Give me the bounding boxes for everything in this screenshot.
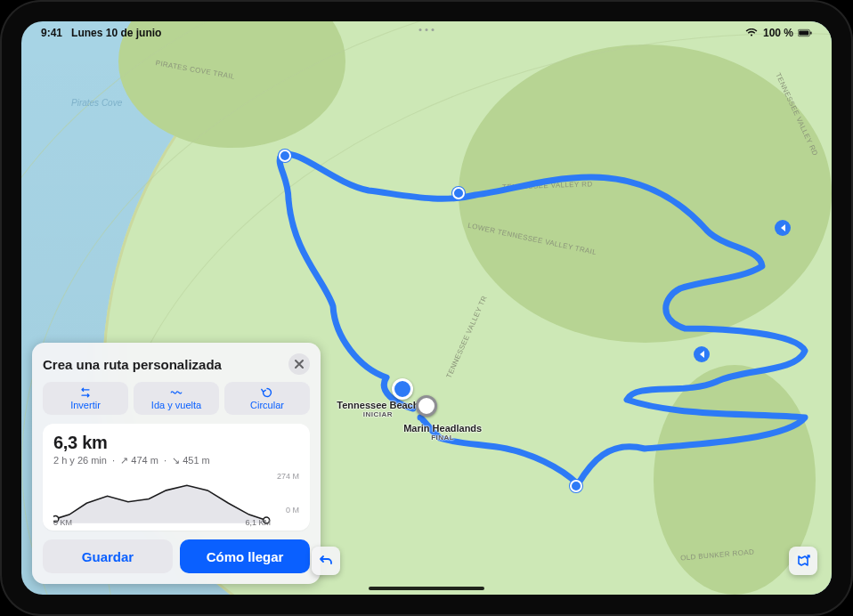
chart-ymin: 0 M	[286, 506, 299, 515]
seg-loop[interactable]: Circular	[224, 382, 310, 415]
direction-chip	[775, 220, 791, 236]
status-bar: 9:41 Lunes 10 de junio 100 %	[21, 21, 832, 43]
elevation-chart-svg	[53, 472, 299, 525]
distance-value: 6,3 km	[53, 433, 299, 453]
battery-text: 100 %	[763, 27, 793, 39]
descent: 451 m	[183, 455, 210, 466]
ascent-arrow: ↗	[120, 455, 128, 466]
svg-rect-2	[810, 31, 811, 34]
directions-label: Cómo llegar	[207, 549, 284, 564]
duration: 2 h y 26 min	[53, 455, 107, 466]
status-date: Lunes 10 de junio	[71, 27, 161, 39]
seg-outback[interactable]: Ida y vuelta	[134, 382, 219, 415]
pin-start-label: Tennessee Beach INICIAR	[337, 400, 418, 418]
seg-reverse-label: Invertir	[70, 400, 101, 410]
status-time: 9:41	[41, 27, 62, 39]
seg-reverse[interactable]: Invertir	[43, 382, 128, 415]
status-right: 100 %	[744, 27, 812, 39]
pin-end-name: Marin Headlands	[403, 423, 482, 434]
status-left: 9:41 Lunes 10 de junio	[41, 27, 161, 39]
descent-arrow: ↘	[172, 455, 180, 466]
route-waypoint	[570, 480, 582, 492]
undo-icon	[318, 553, 334, 569]
ipad-frame: Pirates Cove PIRATES COVE TRAIL TENNESSE…	[0, 0, 853, 616]
stats-panel: 6,3 km 2 h y 26 min · ↗ 474 m · ↘ 451 m …	[43, 424, 310, 531]
battery-icon	[798, 28, 812, 37]
map-mode-button[interactable]	[789, 547, 817, 575]
pin-start[interactable]	[392, 378, 413, 400]
screen: Pirates Cove PIRATES COVE TRAIL TENNESSE…	[21, 21, 832, 595]
stats-meta: 2 h y 26 min · ↗ 474 m · ↘ 451 m	[53, 455, 299, 466]
seg-loop-label: Circular	[250, 400, 284, 410]
route-card: Crea una ruta personalizada Invertir Ida…	[32, 343, 321, 584]
chart-xmin: 0 KM	[53, 518, 72, 527]
multitask-dots[interactable]	[419, 28, 435, 31]
pin-start-name: Tennessee Beach	[337, 400, 418, 410]
save-button[interactable]: Guardar	[43, 539, 173, 573]
elevation-chart: 274 M 0 M 0 KM 6,1 KM	[53, 472, 299, 525]
card-title: Crea una ruta personalizada	[43, 357, 222, 372]
save-label: Guardar	[82, 549, 134, 564]
segmented-control: Invertir Ida y vuelta Circular	[43, 382, 310, 415]
home-indicator[interactable]	[369, 587, 484, 590]
chart-ymax: 274 M	[277, 472, 299, 481]
loop-icon	[260, 386, 274, 399]
seg-outback-label: Ida y vuelta	[151, 400, 201, 410]
pin-end[interactable]	[416, 395, 437, 417]
directions-button[interactable]: Cómo llegar	[180, 539, 310, 573]
direction-chip	[694, 346, 710, 362]
close-button[interactable]	[288, 353, 310, 375]
svg-rect-1	[799, 31, 808, 36]
wifi-icon	[744, 28, 759, 37]
card-actions: Guardar Cómo llegar	[43, 539, 310, 573]
pin-start-tag: INICIAR	[337, 410, 418, 418]
mode-icon	[795, 553, 811, 569]
ascent: 474 m	[131, 455, 158, 466]
pin-end-label: Marin Headlands FINAL	[403, 423, 482, 442]
close-icon	[294, 359, 305, 369]
route-waypoint	[452, 187, 465, 199]
chart-xmax: 6,1 KM	[245, 518, 271, 527]
outback-icon	[169, 386, 183, 399]
undo-button[interactable]	[312, 547, 340, 575]
pin-end-tag: FINAL	[403, 434, 482, 442]
reverse-icon	[78, 386, 93, 399]
route-waypoint	[279, 150, 291, 162]
